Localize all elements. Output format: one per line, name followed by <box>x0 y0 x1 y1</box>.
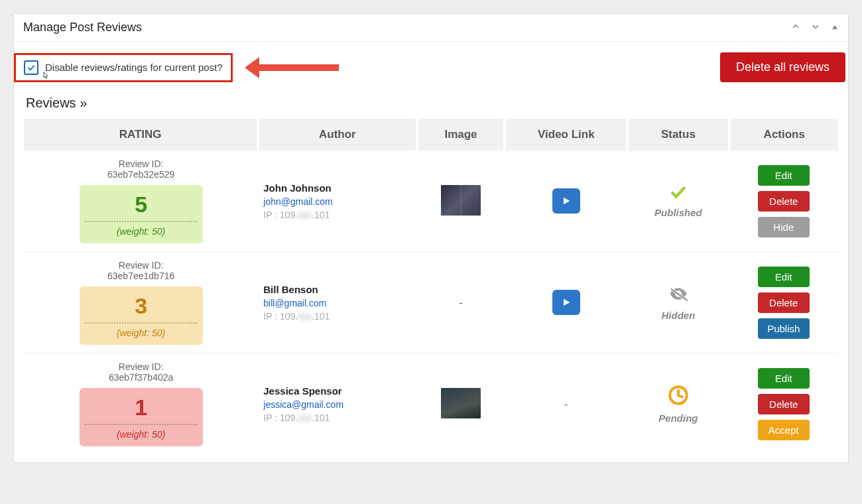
chevron-up-icon[interactable] <box>791 22 800 33</box>
delete-button[interactable]: Delete <box>758 292 810 313</box>
col-author: Author <box>258 119 416 151</box>
review-id-value: 63eb7eb32e529 <box>29 169 253 180</box>
disable-reviews-label: Disable reviews/ratings for current post… <box>45 62 223 73</box>
status-label: Hidden <box>661 310 695 321</box>
author-name: Jessica Spensor <box>263 385 411 397</box>
hidden-status-icon <box>665 284 692 306</box>
accept-button[interactable]: Accept <box>758 420 810 440</box>
delete-all-reviews-button[interactable]: Delete all reviews <box>720 52 845 82</box>
col-actions: Actions <box>729 119 838 151</box>
table-row: Review ID:63eb7f37b402a1(weight: 50)Jess… <box>24 353 838 455</box>
author-email[interactable]: jessica@gmail.com <box>263 399 411 410</box>
panel-controls <box>791 22 839 33</box>
topbar: Disable reviews/ratings for current post… <box>14 42 848 93</box>
publish-button[interactable]: Publish <box>758 318 810 339</box>
author-ip: IP : 109.xxx.101 <box>263 311 411 322</box>
status-label: Pending <box>658 412 698 424</box>
callout-arrow-icon <box>259 64 339 71</box>
rating-divider <box>85 424 198 425</box>
col-image: Image <box>417 119 505 151</box>
rating-number: 3 <box>85 294 198 317</box>
video-play-button[interactable] <box>552 290 580 315</box>
table-row: Review ID:63eb7eb32e5295(weight: 50)John… <box>24 151 838 252</box>
video-play-button[interactable] <box>552 188 580 214</box>
edit-button[interactable]: Edit <box>758 165 810 186</box>
rating-number: 5 <box>85 193 198 216</box>
author-ip: IP : 109.xxx.101 <box>263 412 411 423</box>
chevron-down-icon[interactable] <box>811 22 820 33</box>
edit-button[interactable]: Edit <box>758 368 810 389</box>
status-cell: Pending <box>633 384 723 424</box>
rating-badge: 3(weight: 50) <box>80 286 203 345</box>
hide-button[interactable]: Hide <box>758 217 810 237</box>
rating-divider <box>85 322 198 324</box>
review-id-label: Review ID: <box>29 158 253 169</box>
col-video: Video Link <box>505 119 627 151</box>
author-email[interactable]: john@gmail.com <box>263 196 411 207</box>
rating-badge: 1(weight: 50) <box>80 388 203 446</box>
rating-divider <box>85 221 198 222</box>
svg-marker-1 <box>564 198 570 205</box>
delete-button[interactable]: Delete <box>758 394 810 414</box>
reviews-table: RATING Author Image Video Link Status Ac… <box>24 119 838 454</box>
author-name: John Johnson <box>263 182 411 194</box>
disable-reviews-checkbox[interactable] <box>24 60 38 75</box>
col-rating: RATING <box>24 119 258 151</box>
edit-button[interactable]: Edit <box>758 267 810 287</box>
review-id-label: Review ID: <box>29 260 253 271</box>
reviews-subtitle: Reviews » <box>14 93 848 119</box>
no-video-dash: - <box>564 399 568 410</box>
rating-number: 1 <box>85 396 198 418</box>
delete-button[interactable]: Delete <box>758 191 810 212</box>
status-cell: Published <box>633 184 723 218</box>
review-id-value: 63eb7f37b402a <box>29 372 253 383</box>
disable-reviews-highlight: Disable reviews/ratings for current post… <box>14 53 233 82</box>
rating-badge: 5(weight: 50) <box>80 185 203 243</box>
pending-status-icon <box>667 384 690 409</box>
table-row: Review ID:63eb7ee1db7163(weight: 50)Bill… <box>24 252 838 353</box>
panel-title: Manage Post Reviews <box>23 21 142 34</box>
svg-marker-2 <box>564 299 570 306</box>
author-ip: IP : 109.xxx.101 <box>263 210 411 220</box>
status-label: Published <box>654 207 702 218</box>
rating-weight: (weight: 50) <box>85 226 198 237</box>
col-status: Status <box>627 119 729 151</box>
manage-reviews-panel: Manage Post Reviews Disable <box>13 13 849 463</box>
rating-weight: (weight: 50) <box>85 328 198 338</box>
no-image-dash: - <box>459 297 462 308</box>
rating-weight: (weight: 50) <box>85 429 198 440</box>
review-id-label: Review ID: <box>29 361 253 372</box>
status-cell: Hidden <box>633 284 723 321</box>
panel-header: Manage Post Reviews <box>14 14 848 42</box>
svg-marker-0 <box>832 25 837 29</box>
author-email[interactable]: bill@gmail.com <box>263 298 411 308</box>
review-image-thumb[interactable] <box>441 388 481 418</box>
published-status-icon <box>667 184 690 203</box>
review-image-thumb[interactable] <box>441 185 481 216</box>
collapse-icon[interactable] <box>831 23 839 33</box>
review-id-value: 63eb7ee1db716 <box>29 271 253 281</box>
author-name: Bill Benson <box>263 284 411 295</box>
